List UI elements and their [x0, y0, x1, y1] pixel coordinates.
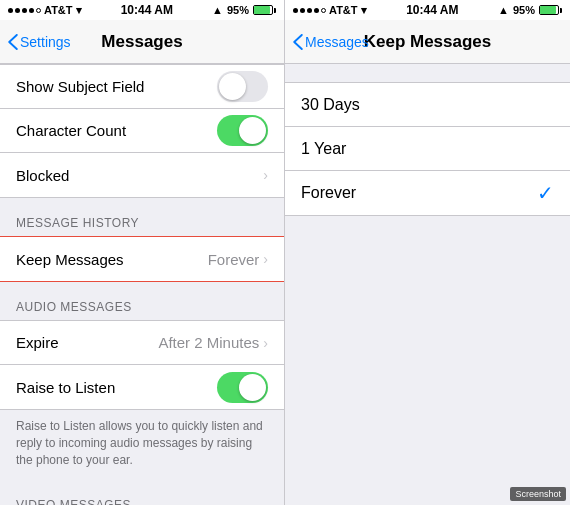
location-icon: ▲: [212, 4, 223, 16]
left-battery: [253, 5, 276, 15]
left-phone-panel: AT&T ▾ 10:44 AM ▲ 95% Settings Messages: [0, 0, 285, 505]
left-settings-list: Show Subject Field Character Count Block…: [0, 64, 284, 505]
message-history-group: Keep Messages Forever ›: [0, 236, 284, 282]
expire-audio-value: After 2 Minutes ›: [158, 334, 268, 351]
r-dot2: [300, 8, 305, 13]
character-count-knob: [239, 117, 266, 144]
expire-audio-item[interactable]: Expire After 2 Minutes ›: [0, 321, 284, 365]
left-status-left: AT&T ▾: [8, 4, 82, 17]
raise-to-listen-label: Raise to Listen: [16, 379, 115, 396]
left-nav-title: Messages: [101, 32, 182, 52]
top-list-group: Show Subject Field Character Count Block…: [0, 64, 284, 198]
left-back-label: Settings: [20, 34, 71, 50]
audio-messages-header: AUDIO MESSAGES: [0, 282, 284, 320]
right-location-icon: ▲: [498, 4, 509, 16]
keep-messages-value-text: Forever: [208, 251, 260, 268]
r-dot3: [307, 8, 312, 13]
r-battery-tip: [560, 8, 562, 13]
battery-body: [253, 5, 273, 15]
keep-messages-label: Keep Messages: [16, 251, 124, 268]
option-forever-label: Forever: [301, 184, 356, 202]
right-wifi-icon: ▾: [361, 4, 367, 17]
forever-checkmark-icon: ✓: [537, 181, 554, 205]
dot1: [8, 8, 13, 13]
expire-audio-label: Expire: [16, 334, 59, 351]
expire-audio-chevron-icon: ›: [263, 335, 268, 351]
right-status-bar: AT&T ▾ 10:44 AM ▲ 95%: [285, 0, 570, 20]
option-30-days[interactable]: 30 Days: [285, 83, 570, 127]
right-signal-pct: 95%: [513, 4, 535, 16]
dot3: [22, 8, 27, 13]
battery-fill: [254, 6, 270, 14]
blocked-item[interactable]: Blocked ›: [0, 153, 284, 197]
right-carrier: AT&T: [329, 4, 358, 16]
right-back-button[interactable]: Messages: [293, 34, 369, 50]
top-spacer: [285, 64, 570, 82]
character-count-toggle[interactable]: [217, 115, 268, 146]
right-status-right: ▲ 95%: [498, 4, 562, 16]
left-carrier: AT&T: [44, 4, 73, 16]
show-subject-toggle[interactable]: [217, 71, 268, 102]
option-30-days-label: 30 Days: [301, 96, 360, 114]
right-phone-panel: AT&T ▾ 10:44 AM ▲ 95% Mes: [285, 0, 570, 505]
r-dot1: [293, 8, 298, 13]
right-back-chevron-icon: [293, 34, 303, 50]
left-status-bar: AT&T ▾ 10:44 AM ▲ 95%: [0, 0, 284, 20]
r-dot4: [314, 8, 319, 13]
expire-audio-value-text: After 2 Minutes: [158, 334, 259, 351]
raise-to-listen-description: Raise to Listen allows you to quickly li…: [0, 410, 284, 480]
right-nav-bar: Messages Keep Messages: [285, 20, 570, 64]
keep-messages-options: 30 Days 1 Year Forever ✓: [285, 82, 570, 216]
right-status-left: AT&T ▾: [293, 4, 367, 17]
left-time: 10:44 AM: [121, 3, 173, 17]
left-nav-bar: Settings Messages: [0, 20, 284, 64]
dot4: [29, 8, 34, 13]
right-wrapper: AT&T ▾ 10:44 AM ▲ 95% Mes: [285, 0, 570, 505]
back-chevron-icon: [8, 34, 18, 50]
keep-messages-value: Forever ›: [208, 251, 268, 268]
right-back-label: Messages: [305, 34, 369, 50]
show-subject-knob: [219, 73, 246, 100]
message-history-header: MESSAGE HISTORY: [0, 198, 284, 236]
r-battery-body: [539, 5, 559, 15]
screenshot-badge: Screenshot: [510, 487, 566, 501]
right-time: 10:44 AM: [406, 3, 458, 17]
character-count-label: Character Count: [16, 122, 126, 139]
left-status-right: ▲ 95%: [212, 4, 276, 16]
show-subject-item[interactable]: Show Subject Field: [0, 65, 284, 109]
video-messages-header: VIDEO MESSAGES: [0, 480, 284, 505]
dot5: [36, 8, 41, 13]
blocked-label: Blocked: [16, 167, 69, 184]
r-dot5: [321, 8, 326, 13]
show-subject-label: Show Subject Field: [16, 78, 144, 95]
signal-dots: [8, 8, 41, 13]
keep-messages-chevron-icon: ›: [263, 251, 268, 267]
dot2: [15, 8, 20, 13]
right-battery: [539, 5, 562, 15]
option-1-year[interactable]: 1 Year: [285, 127, 570, 171]
audio-messages-group: Expire After 2 Minutes › Raise to Listen: [0, 320, 284, 410]
battery-tip: [274, 8, 276, 13]
option-forever[interactable]: Forever ✓: [285, 171, 570, 215]
option-1-year-label: 1 Year: [301, 140, 346, 158]
raise-to-listen-knob: [239, 374, 266, 401]
raise-to-listen-toggle[interactable]: [217, 372, 268, 403]
left-signal-pct: 95%: [227, 4, 249, 16]
character-count-item[interactable]: Character Count: [0, 109, 284, 153]
left-wifi-icon: ▾: [76, 4, 82, 17]
left-back-button[interactable]: Settings: [8, 34, 71, 50]
blocked-chevron-icon: ›: [263, 167, 268, 183]
right-nav-title: Keep Messages: [364, 32, 492, 52]
r-battery-fill: [540, 6, 556, 14]
raise-to-listen-item[interactable]: Raise to Listen: [0, 365, 284, 409]
keep-messages-item[interactable]: Keep Messages Forever ›: [0, 237, 284, 281]
right-signal-dots: [293, 8, 326, 13]
